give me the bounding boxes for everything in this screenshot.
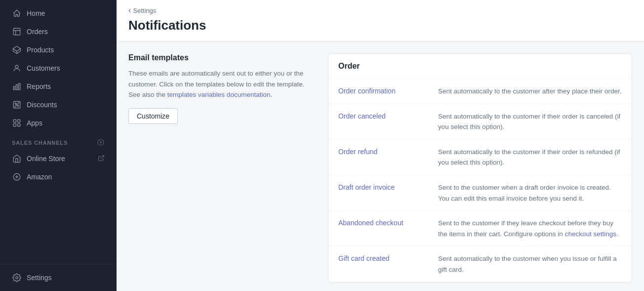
svg-point-3 [15,65,18,68]
svg-rect-0 [13,28,20,35]
svg-rect-4 [13,86,15,90]
order-card: Order Order confirmation Sent automatica… [328,53,632,283]
svg-point-20 [16,277,18,279]
sidebar-item-label: Products [27,46,54,54]
sidebar-item-discounts[interactable]: Discounts [4,96,113,114]
order-section-title: Order [328,54,632,79]
checkout-settings-link[interactable]: checkout settings [565,230,616,238]
online-store-icon [12,154,22,164]
svg-line-18 [101,155,104,158]
notif-row-order-canceled: Order canceled Sent automatically to the… [328,104,632,140]
sidebar-item-label: Apps [27,119,42,127]
order-canceled-link[interactable]: Order canceled [338,111,422,122]
notif-row-order-confirmation: Order confirmation Sent automatically to… [328,79,632,104]
abandoned-checkout-link[interactable]: Abandoned checkout [338,218,422,228]
reports-icon [12,82,22,91]
desc-text-2: . [270,91,272,98]
sidebar-item-label: Customers [27,64,60,72]
draft-order-link[interactable]: Draft order invoice [338,182,422,193]
breadcrumb: ‹ Settings [128,6,632,15]
order-confirmation-desc: Sent automatically to the customer after… [438,86,622,97]
sidebar-item-orders[interactable]: Orders [4,23,113,41]
draft-order-desc: Sent to the customer when a draft order … [438,182,622,204]
order-refund-desc: Sent automatically to the customer if th… [438,147,622,168]
gift-card-link[interactable]: Gift card created [338,253,422,264]
discounts-icon [12,100,22,110]
content-body: Email templates These emails are automat… [117,42,644,291]
email-templates-desc: These emails are automatically sent out … [128,68,316,100]
settings-label: Settings [27,274,52,282]
online-store-label: Online Store [27,155,65,163]
breadcrumb-link[interactable]: Settings [133,7,156,14]
sales-channels-label: SALES CHANNELS [12,140,68,146]
svg-point-7 [15,103,16,104]
breadcrumb-chevron: ‹ [128,6,131,15]
svg-rect-12 [18,120,20,122]
notif-row-gift-card: Gift card created Sent automatically to … [328,247,632,282]
abandoned-desc-text-2: . [616,230,618,238]
customers-icon [12,63,22,73]
amazon-icon [12,172,22,182]
notif-row-abandoned-checkout: Abandoned checkout Sent to the customer … [328,211,632,247]
sidebar-item-label: Reports [27,83,51,90]
sidebar: Home Orders Products Customers [0,0,117,291]
sidebar-item-label: Home [27,9,45,17]
main-header: ‹ Settings Notifications [117,0,644,42]
sales-channels-section: SALES CHANNELS [4,132,113,149]
main-content-area: ‹ Settings Notifications Email templates… [117,0,644,291]
settings-icon [12,273,22,283]
svg-rect-14 [18,124,20,126]
svg-rect-13 [13,124,16,126]
sidebar-bottom: Settings [0,264,117,291]
left-panel: Email templates These emails are automat… [128,53,316,291]
home-icon [12,8,22,18]
sidebar-item-customers[interactable]: Customers [4,59,113,77]
external-link-icon[interactable] [98,155,105,163]
apps-icon [12,118,22,128]
right-panel: Order Order confirmation Sent automatica… [328,53,632,291]
order-confirmation-link[interactable]: Order confirmation [338,86,422,96]
products-icon [12,45,22,55]
sidebar-item-apps[interactable]: Apps [4,114,113,132]
notif-row-draft-order: Draft order invoice Sent to the customer… [328,175,632,211]
svg-point-8 [17,105,19,107]
sidebar-item-online-store[interactable]: Online Store [4,150,113,167]
abandoned-checkout-desc: Sent to the customer if they leave check… [438,218,622,239]
sidebar-item-products[interactable]: Products [4,41,113,59]
page-title: Notifications [128,18,632,33]
sidebar-nav: Home Orders Products Customers [0,0,117,264]
customize-button[interactable]: Customize [128,108,178,124]
sidebar-item-label: Discounts [27,101,57,109]
order-refund-link[interactable]: Order refund [338,147,422,157]
sidebar-item-label: Orders [27,28,48,36]
svg-rect-5 [16,84,18,90]
sidebar-item-reports[interactable]: Reports [4,78,113,95]
amazon-label: Amazon [27,173,52,181]
sidebar-item-home[interactable]: Home [4,4,113,22]
add-channel-icon[interactable] [97,138,105,147]
templates-link[interactable]: templates variables documentation [167,91,271,98]
order-canceled-desc: Sent automatically to the customer if th… [438,111,622,132]
svg-rect-11 [13,120,16,122]
gift-card-desc: Sent automatically to the customer when … [438,253,622,275]
email-templates-title: Email templates [128,53,316,62]
svg-rect-6 [19,83,20,90]
orders-icon [12,27,22,37]
notif-row-order-refund: Order refund Sent automatically to the c… [328,140,632,175]
sidebar-item-settings[interactable]: Settings [4,269,113,287]
sidebar-item-amazon[interactable]: Amazon [4,168,113,186]
